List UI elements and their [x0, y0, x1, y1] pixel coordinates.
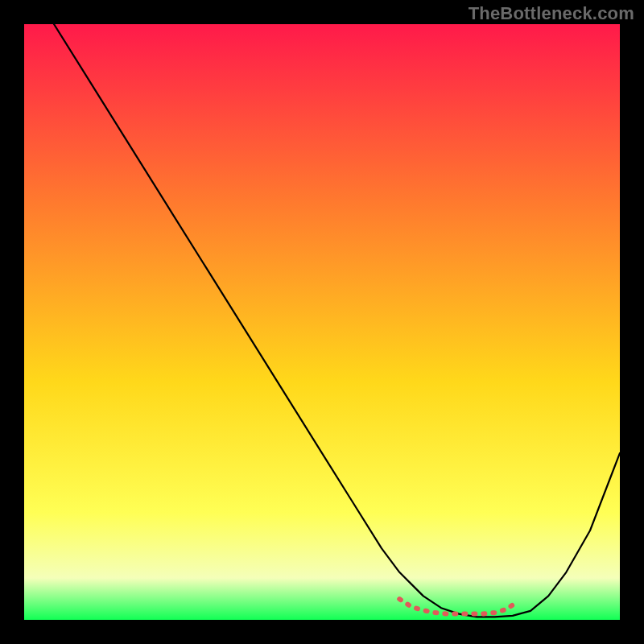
watermark-text: TheBottleneck.com [469, 3, 634, 24]
gradient-background [24, 24, 620, 620]
chart-area [24, 24, 620, 620]
chart-svg [24, 24, 620, 620]
